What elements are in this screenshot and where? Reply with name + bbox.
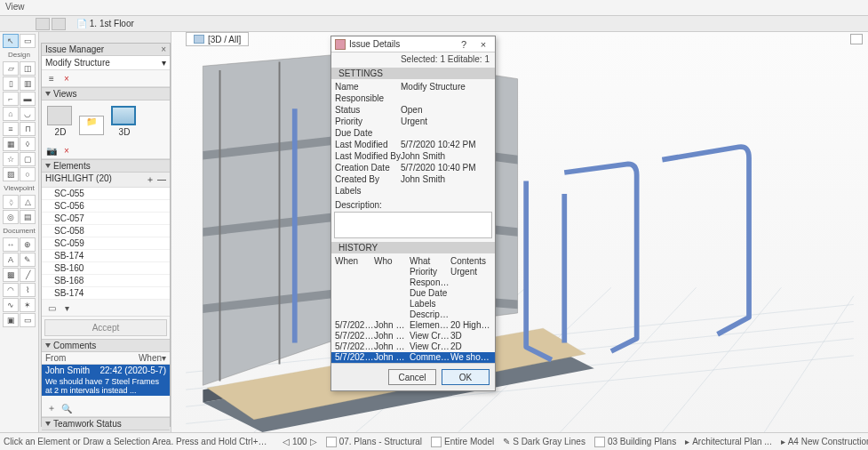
section-tool[interactable]: ⎀	[3, 195, 19, 209]
tool-btn-2[interactable]	[52, 18, 66, 30]
zone-tool[interactable]: ▢	[20, 152, 36, 166]
quick-reno[interactable]: ▸A4 New Construction ...	[779, 437, 868, 446]
select-icon[interactable]: ▭	[45, 301, 58, 314]
hotspot-tool[interactable]: ✶	[20, 298, 36, 312]
description-input[interactable]	[334, 212, 492, 238]
marquee-tool[interactable]: ▭	[20, 34, 36, 48]
settings-section[interactable]: SETTINGS	[331, 68, 495, 79]
value-responsible[interactable]	[401, 92, 491, 104]
help-icon[interactable]: ?	[456, 38, 472, 51]
elevation-tool[interactable]: △	[20, 195, 36, 209]
accept-button[interactable]: Accept	[44, 319, 167, 336]
worksheet-tool[interactable]: ▤	[20, 210, 36, 224]
history-row[interactable]: 5/7/2020 1...John SmithView Created2D	[331, 342, 495, 352]
element-item[interactable]: SC-057	[42, 213, 170, 225]
history-row[interactable]: Labels	[331, 299, 495, 309]
zoom-control[interactable]: ◁ 100 ▷	[281, 437, 319, 446]
element-item[interactable]: SC-058	[42, 225, 170, 237]
comment-row-author[interactable]: John Smith 22:42 (2020-5-7)	[42, 365, 170, 376]
filter-icon[interactable]: ≡	[45, 72, 58, 84]
quick-plan[interactable]: ▸Architectural Plan ...	[683, 437, 773, 446]
history-section[interactable]: HISTORY	[331, 242, 495, 253]
figure-tool[interactable]: ▣	[3, 313, 19, 327]
beam-tool[interactable]: ⌐	[3, 92, 19, 106]
detail-tool[interactable]: ◎	[3, 210, 19, 224]
delete-view-icon[interactable]: ×	[60, 144, 73, 157]
elements-header[interactable]: Elements	[42, 159, 170, 173]
thumb-3d[interactable]: 3D	[111, 106, 138, 137]
history-row[interactable]: 5/7/2020 1...John SmithComment Cre...We …	[331, 352, 495, 363]
dialog-titlebar[interactable]: Issue Details ? ×	[331, 36, 495, 52]
panel-titlebar[interactable]: Issue Manager ×	[42, 44, 170, 56]
drawing-tool[interactable]: ▭	[20, 313, 36, 327]
value-status[interactable]: Open	[401, 104, 491, 116]
dropdown-icon[interactable]: ▾	[60, 301, 73, 314]
history-row[interactable]: Responsible	[331, 277, 495, 288]
add-comment-icon[interactable]: ＋	[45, 402, 58, 414]
line-tool[interactable]: ╱	[20, 268, 36, 282]
value-duedate[interactable]	[401, 127, 491, 139]
views-header[interactable]: Views	[42, 87, 170, 100]
dim-tool[interactable]: ↔	[3, 237, 19, 252]
value-name[interactable]: Modify Structure	[401, 81, 491, 92]
mesh-tool[interactable]: ▨	[3, 167, 19, 181]
stair-tool[interactable]: ≡	[3, 122, 19, 136]
railing-tool[interactable]: ⊓	[20, 122, 36, 136]
polyline-tool[interactable]: ⌇	[20, 283, 36, 297]
slab-tool[interactable]: ▬	[20, 92, 36, 106]
quick-layout[interactable]: 03 Building Plans	[593, 437, 678, 447]
door-tool[interactable]: ◫	[20, 61, 36, 76]
history-row[interactable]: Due Date	[331, 288, 495, 299]
opening-tool[interactable]: ○	[20, 167, 36, 181]
arrow-tool[interactable]: ↖	[3, 34, 19, 48]
element-item[interactable]: SC-055	[42, 188, 170, 200]
thumb-folder[interactable]: 📁	[79, 116, 106, 137]
history-row[interactable]: 5/7/2020 1...John SmithElements Add...20…	[331, 320, 495, 331]
text-tool[interactable]: A	[3, 253, 19, 267]
history-row[interactable]: 5/7/2020 1...John SmithView Created3D	[331, 331, 495, 342]
label-tool[interactable]: ✎	[20, 253, 36, 267]
element-item[interactable]: SC-056	[42, 200, 170, 213]
teamwork-header[interactable]: Teamwork Status	[42, 417, 170, 430]
comments-header[interactable]: Comments	[42, 339, 170, 352]
column-tool[interactable]: ▯	[3, 76, 19, 91]
element-item[interactable]: SB-174	[42, 287, 170, 300]
quick-model[interactable]: Entire Model	[429, 437, 496, 447]
element-item[interactable]: SB-168	[42, 275, 170, 287]
history-row[interactable]: Description	[331, 309, 495, 320]
add-view-icon[interactable]: 📷	[45, 144, 58, 157]
wall-tool[interactable]: ▱	[3, 61, 19, 76]
window-tool[interactable]: ▥	[20, 76, 36, 91]
roof-tool[interactable]: ⌂	[3, 107, 19, 121]
value-labels[interactable]	[401, 185, 491, 197]
value-priority[interactable]: Urgent	[401, 116, 491, 127]
menu-view[interactable]: View	[5, 2, 25, 12]
delete-icon[interactable]: ×	[60, 72, 73, 84]
spline-tool[interactable]: ∿	[3, 298, 19, 312]
curtain-tool[interactable]: ▦	[3, 137, 19, 151]
cancel-button[interactable]: Cancel	[388, 369, 436, 385]
element-item[interactable]: SB-160	[42, 262, 170, 275]
search-icon[interactable]: 🔍	[60, 402, 73, 414]
thumb-2d[interactable]: 2D	[47, 106, 74, 137]
dialog-close-icon[interactable]: ×	[475, 38, 491, 51]
fill-tool[interactable]: ▩	[3, 268, 19, 282]
arc-tool[interactable]: ◠	[3, 283, 19, 297]
level-tool[interactable]: ⊕	[20, 237, 36, 252]
ok-button[interactable]: OK	[442, 369, 490, 385]
tool-btn-1[interactable]	[36, 18, 50, 30]
quick-pen[interactable]: ✎ S Dark Gray Lines	[501, 437, 587, 446]
quick-view-1[interactable]: 07. Plans - Structural	[324, 437, 424, 447]
floor-tab[interactable]: 📄 1. 1st Floor	[76, 19, 134, 28]
comment-row-text[interactable]: We should have 7 Steel Frames at 2 m int…	[42, 376, 170, 396]
history-row[interactable]: PriorityUrgent	[331, 267, 495, 277]
morph-tool[interactable]: ◊	[20, 137, 36, 151]
element-item[interactable]: SB-174	[42, 250, 170, 262]
shell-tool[interactable]: ◡	[20, 107, 36, 121]
object-tool[interactable]: ☆	[3, 152, 19, 166]
element-item[interactable]: SC-059	[42, 237, 170, 250]
3d-viewport[interactable]: [3D / All]	[171, 32, 868, 432]
highlight-header[interactable]: HIGHLIGHT (20)＋ —	[42, 173, 170, 188]
close-icon[interactable]: ×	[161, 44, 166, 54]
issue-selector[interactable]: Modify Structure ▾	[42, 56, 170, 70]
